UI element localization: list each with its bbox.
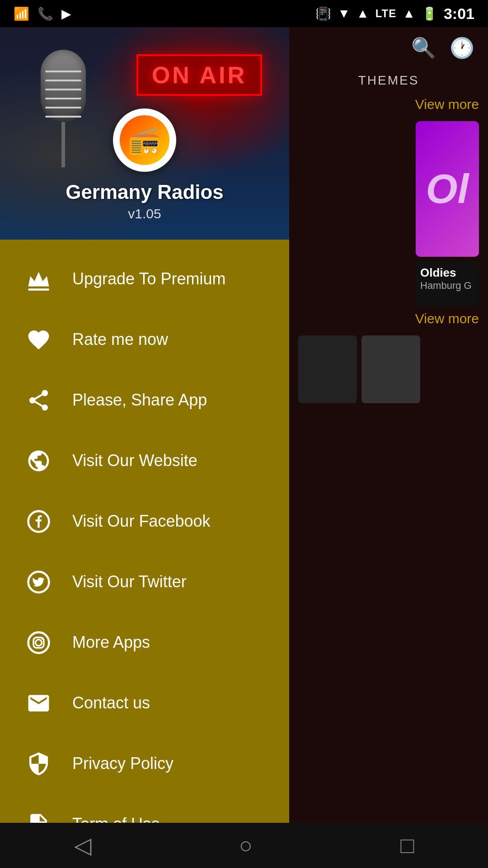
history-icon[interactable]: 🕐 (450, 36, 474, 60)
moreapps-label: More Apps (72, 633, 150, 652)
rate-label: Rate me now (72, 330, 168, 349)
vibrate-icon: 📳 (315, 6, 331, 21)
twitter-icon (23, 566, 54, 598)
instagram-icon (23, 627, 54, 658)
svg-point-2 (28, 632, 49, 653)
battery-icon: 🔋 (422, 6, 437, 21)
recents-button[interactable]: □ (400, 832, 414, 859)
share-icon (23, 384, 54, 416)
heart-icon (23, 324, 54, 355)
menu-item-privacy[interactable]: Privacy Policy (0, 733, 289, 794)
wifi-icon: ▼ (338, 6, 350, 21)
dark-thumbnails (289, 331, 488, 408)
search-icon[interactable]: 🔍 (411, 36, 436, 60)
clock-time: 3:01 (444, 5, 474, 23)
view-more-2[interactable]: View more (289, 307, 488, 331)
play-store-icon: ▶ (61, 6, 71, 21)
twitter-label: Visit Our Twitter (72, 572, 187, 591)
app-name: Germany Radios (66, 181, 224, 203)
crown-icon (23, 263, 54, 295)
shield-icon (23, 748, 54, 779)
theme-card-purple[interactable]: Ol (416, 121, 479, 257)
email-icon (23, 687, 54, 719)
signal2-icon: ▲ (403, 6, 415, 21)
privacy-label: Privacy Policy (72, 754, 174, 773)
drawer-header: ON AIR 📻 Germany Radios v1.05 (0, 27, 289, 240)
menu-item-facebook[interactable]: Visit Our Facebook (0, 491, 289, 552)
themes-label: THEMES (289, 69, 488, 92)
share-label: Please, Share App (72, 391, 207, 410)
thumbnail-2[interactable] (361, 335, 420, 403)
status-bar: 📶 📞 ▶ 📳 ▼ ▲ LTE ▲ 🔋 3:01 (0, 0, 488, 27)
oldies-title: Oldies (420, 266, 474, 280)
on-air-sign: ON AIR (136, 54, 262, 96)
menu-item-share[interactable]: Please, Share App (0, 370, 289, 430)
oldies-card[interactable]: Oldies Hamburg G (416, 261, 479, 307)
right-panel-header: 🔍 🕐 (289, 27, 488, 69)
upgrade-label: Upgrade To Premium (72, 269, 226, 288)
view-more-1[interactable]: View more (289, 92, 488, 117)
app-version: v1.05 (128, 206, 161, 222)
bottom-nav: ◁ ○ □ (0, 823, 488, 868)
status-right-icons: 📳 ▼ ▲ LTE ▲ 🔋 3:01 (315, 5, 474, 23)
facebook-icon (23, 505, 54, 537)
svg-point-4 (35, 639, 42, 646)
menu-item-contact[interactable]: Contact us (0, 673, 289, 733)
radio-icon: 📻 (128, 124, 162, 156)
drawer: ON AIR 📻 Germany Radios v1.05 (0, 27, 289, 868)
menu-item-upgrade[interactable]: Upgrade To Premium (0, 249, 289, 309)
menu-item-moreapps[interactable]: More Apps (0, 612, 289, 673)
back-button[interactable]: ◁ (74, 832, 91, 859)
menu-item-website[interactable]: Visit Our Website (0, 430, 289, 491)
signal-icon: ▲ (357, 6, 369, 21)
wifi-calling-icon: 📶 (14, 6, 29, 21)
menu-list: Upgrade To Premium Rate me now Please, S… (0, 240, 289, 868)
phone-icon: 📞 (38, 6, 53, 21)
facebook-label: Visit Our Facebook (72, 512, 210, 531)
menu-item-rate[interactable]: Rate me now (0, 309, 289, 370)
svg-point-5 (41, 638, 43, 640)
globe-icon (23, 445, 54, 476)
contact-label: Contact us (72, 693, 150, 712)
status-left-icons: 📶 📞 ▶ (14, 6, 71, 21)
oldies-sub: Hamburg G (420, 280, 474, 292)
website-label: Visit Our Website (72, 451, 197, 470)
app-logo: 📻 (113, 108, 176, 172)
menu-item-twitter[interactable]: Visit Our Twitter (0, 552, 289, 612)
right-panel: 🔍 🕐 THEMES View more Ol Oldies Hamburg G… (289, 27, 488, 868)
thumbnail-1[interactable] (298, 335, 357, 403)
microphone-decoration (36, 50, 90, 185)
home-button[interactable]: ○ (239, 832, 253, 859)
lte-label: LTE (375, 7, 397, 20)
